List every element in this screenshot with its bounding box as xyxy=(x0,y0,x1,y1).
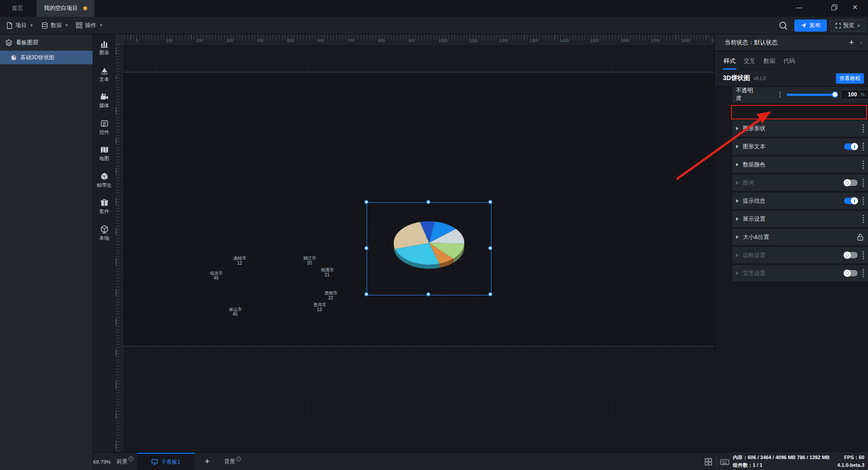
add-foreground-icon[interactable]: + xyxy=(128,456,133,461)
layers-panel-header: 看板图层 xyxy=(0,34,93,51)
palette-item-2[interactable]: 文本 xyxy=(93,66,115,90)
palette-item-label: 图表 xyxy=(99,49,109,56)
opacity-slider-thumb[interactable] xyxy=(832,91,838,98)
inspector-tab-2[interactable]: 交互 xyxy=(743,57,756,70)
chevron-right-icon[interactable] xyxy=(736,145,739,148)
section-menu-icon[interactable] xyxy=(862,161,864,169)
tab-project[interactable]: 我的空白项目 xyxy=(37,0,94,17)
palette-item-4[interactable]: 控件 xyxy=(93,119,115,143)
section-menu-icon[interactable] xyxy=(862,124,864,133)
chevron-right-icon[interactable] xyxy=(736,217,739,221)
opacity-menu-icon[interactable] xyxy=(779,92,781,98)
selection-handle[interactable] xyxy=(364,246,368,250)
menu-item-1[interactable]: 项目 ▼ xyxy=(6,17,33,34)
selection-handle[interactable] xyxy=(426,200,430,204)
palette-item-5[interactable]: 地图 xyxy=(93,146,115,169)
h-ruler-label: 1500 xyxy=(590,38,599,43)
menu-item-label: 操作 xyxy=(85,22,96,29)
section-row-2[interactable]: 图形形状 xyxy=(732,120,868,137)
menu-item-2[interactable]: 数据 ▼ xyxy=(42,17,69,34)
add-background-icon[interactable]: + xyxy=(236,456,241,461)
preview-button[interactable]: 预览 ▼ xyxy=(830,19,866,32)
pie-label-2: 丽江市 20 xyxy=(303,256,316,266)
section-menu-icon[interactable] xyxy=(862,215,864,223)
chevron-down-icon: ▼ xyxy=(65,23,69,28)
canvas[interactable]: 0100200300400500600700800900100011001200… xyxy=(115,34,714,452)
chevron-right-icon[interactable]: › xyxy=(860,39,862,46)
chevron-down-icon: ▼ xyxy=(99,23,103,28)
chevron-right-icon[interactable] xyxy=(736,235,739,239)
palette-item-7[interactable]: 套件 xyxy=(93,199,115,222)
add-state-icon[interactable]: + xyxy=(849,38,854,47)
selection-box[interactable] xyxy=(367,202,491,295)
section-row-4[interactable]: 数据颜色 xyxy=(732,157,868,173)
vertical-ruler: -100010020030040050060070080090010001100… xyxy=(115,44,123,452)
section-row-3[interactable]: 图形文本 xyxy=(732,138,868,155)
maximize-button[interactable] xyxy=(824,0,844,14)
palette-item-8[interactable]: 本地 xyxy=(93,225,115,249)
selection-handle[interactable] xyxy=(426,292,430,296)
section-menu-icon[interactable] xyxy=(862,179,864,187)
section-row-8[interactable]: 大小&位置 xyxy=(732,229,868,245)
chevron-right-icon[interactable] xyxy=(736,199,739,203)
section-menu-icon[interactable] xyxy=(862,269,864,277)
add-board-button[interactable]: + xyxy=(205,453,210,470)
section-menu-icon[interactable] xyxy=(862,142,864,151)
chevron-right-icon[interactable] xyxy=(736,181,739,185)
h-ruler-label: 1800 xyxy=(681,38,690,43)
keyboard-icon[interactable] xyxy=(720,457,729,466)
layer-item-3d-pie[interactable]: 基础3D饼状图 xyxy=(0,51,93,64)
text-icon xyxy=(100,66,108,75)
opacity-value-box[interactable]: 100 % xyxy=(841,90,868,100)
h-ruler-label: 800 xyxy=(378,38,385,43)
selection-handle[interactable] xyxy=(488,246,492,250)
selection-handle[interactable] xyxy=(364,292,368,296)
palette-item-1[interactable]: 图表 xyxy=(93,40,115,63)
foreground-tab[interactable]: 前景 + xyxy=(117,453,133,470)
local-icon xyxy=(100,225,108,233)
section-row-7[interactable]: 展示设置 xyxy=(732,211,868,227)
v-ruler-label: 200 xyxy=(115,137,118,144)
section-label: 背景设置 xyxy=(743,270,844,277)
section-toggle-on[interactable] xyxy=(844,143,858,150)
palette-item-label: 媒体 xyxy=(99,102,109,109)
chevron-right-icon[interactable] xyxy=(736,253,739,257)
inspector-tab-4[interactable]: 代码 xyxy=(783,57,796,70)
selection-handle[interactable] xyxy=(488,200,492,204)
menu-item-3[interactable]: 操作 ▼ xyxy=(76,17,103,34)
tab-home[interactable]: 首页 xyxy=(5,0,30,17)
inspector-tab-1[interactable]: 样式 xyxy=(723,57,736,70)
chevron-right-icon[interactable] xyxy=(736,127,739,130)
lock-icon[interactable] xyxy=(857,233,864,241)
widget-icon xyxy=(100,119,108,128)
chevron-right-icon[interactable] xyxy=(736,271,739,275)
section-menu-icon[interactable] xyxy=(862,197,864,205)
tutorial-button[interactable]: 查看教程 xyxy=(836,73,864,84)
chevron-right-icon[interactable] xyxy=(736,163,739,166)
subboard-tab[interactable]: 子看板1 xyxy=(137,453,195,470)
fit-view-icon[interactable] xyxy=(704,457,713,466)
search-icon[interactable] xyxy=(778,21,788,31)
section-row-9[interactable]: 边框设置 xyxy=(732,247,868,263)
h-ruler-label: 300 xyxy=(226,38,233,43)
section-row-5[interactable]: 图例 xyxy=(732,175,868,191)
opacity-value: 100 xyxy=(844,91,860,98)
inspector-tab-3[interactable]: 数据 xyxy=(763,57,776,70)
palette-item-3[interactable]: 媒体 xyxy=(93,93,115,116)
subboard-tab-label: 子看板1 xyxy=(161,458,180,466)
opacity-slider[interactable] xyxy=(787,94,837,96)
section-toggle-off[interactable] xyxy=(844,252,858,258)
publish-button[interactable]: 发布 xyxy=(794,19,827,32)
section-toggle-on[interactable] xyxy=(844,198,858,204)
section-row-6[interactable]: 提示信息 xyxy=(732,193,868,209)
minimize-button[interactable]: — xyxy=(788,0,809,14)
background-tab[interactable]: 背景 + xyxy=(224,453,241,470)
selection-handle[interactable] xyxy=(488,292,492,296)
section-toggle-off[interactable] xyxy=(844,270,858,276)
section-toggle-off[interactable] xyxy=(844,180,858,186)
palette-item-6[interactable]: 鲸孪生 xyxy=(93,172,115,196)
selection-handle[interactable] xyxy=(364,200,368,204)
close-button[interactable]: ✕ xyxy=(844,0,865,14)
section-row-10[interactable]: 背景设置 xyxy=(732,265,868,281)
section-menu-icon[interactable] xyxy=(862,251,864,259)
